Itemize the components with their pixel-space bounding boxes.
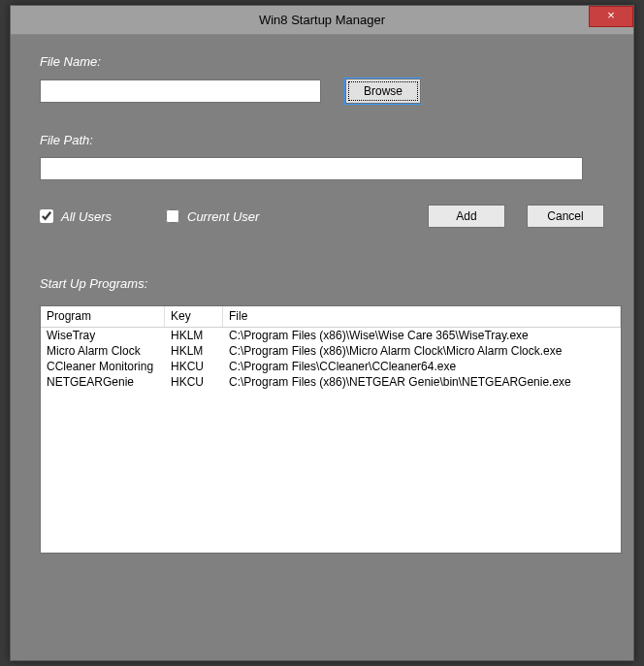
add-button[interactable]: Add — [428, 205, 505, 228]
filename-label: File Name: — [40, 54, 604, 69]
all-users-label: All Users — [61, 209, 112, 224]
cell-file: C:\Program Files (x86)\NETGEAR Genie\bin… — [223, 374, 621, 390]
close-button[interactable]: × — [589, 6, 633, 27]
table-row[interactable]: Micro Alarm ClockHKLMC:\Program Files (x… — [41, 343, 621, 359]
table-header: Program Key File — [41, 306, 621, 328]
startup-programs-table[interactable]: Program Key File WiseTrayHKLMC:\Program … — [40, 305, 622, 554]
current-user-label: Current User — [187, 209, 259, 224]
cell-key: HKLM — [165, 343, 223, 359]
cell-key: HKCU — [165, 374, 223, 390]
col-header-key[interactable]: Key — [165, 306, 223, 327]
table-row[interactable]: NETGEARGenieHKCUC:\Program Files (x86)\N… — [41, 374, 621, 390]
table-body: WiseTrayHKLMC:\Program Files (x86)\Wise\… — [41, 328, 621, 390]
controls-row: All Users Current User Add Cancel — [40, 205, 604, 228]
table-row[interactable]: CCleaner MonitoringHKCUC:\Program Files\… — [41, 359, 621, 374]
cell-file: C:\Program Files\CCleaner\CCleaner64.exe — [223, 359, 621, 374]
col-header-file[interactable]: File — [223, 306, 621, 327]
app-window: Win8 Startup Manager × File Name: Browse… — [10, 5, 634, 661]
filepath-input[interactable] — [40, 157, 583, 180]
window-title: Win8 Startup Manager — [259, 13, 385, 27]
table-row[interactable]: WiseTrayHKLMC:\Program Files (x86)\Wise\… — [41, 328, 621, 343]
action-buttons: Add Cancel — [428, 205, 604, 228]
cancel-button[interactable]: Cancel — [527, 205, 604, 228]
cell-program: WiseTray — [41, 328, 165, 343]
filename-row: Browse — [40, 79, 604, 104]
filepath-section: File Path: — [40, 133, 604, 180]
cell-file: C:\Program Files (x86)\Micro Alarm Clock… — [223, 343, 621, 359]
titlebar[interactable]: Win8 Startup Manager × — [11, 6, 633, 35]
close-icon: × — [607, 8, 615, 22]
startup-programs-label: Start Up Programs: — [40, 276, 604, 291]
current-user-checkbox[interactable] — [166, 209, 179, 223]
content-area: File Name: Browse File Path: All Users C… — [11, 35, 633, 573]
cell-program: NETGEARGenie — [41, 374, 165, 390]
cell-key: HKCU — [165, 359, 223, 374]
browse-button[interactable]: Browse — [345, 79, 421, 104]
cell-key: HKLM — [165, 328, 223, 343]
filename-input[interactable] — [40, 79, 321, 103]
current-user-checkbox-wrap[interactable]: Current User — [166, 209, 428, 224]
all-users-checkbox[interactable] — [40, 209, 53, 223]
all-users-checkbox-wrap[interactable]: All Users — [40, 209, 166, 224]
cell-file: C:\Program Files (x86)\Wise\Wise Care 36… — [223, 328, 621, 343]
col-header-program[interactable]: Program — [41, 306, 165, 327]
cell-program: CCleaner Monitoring — [41, 359, 165, 374]
filepath-label: File Path: — [40, 133, 604, 147]
cell-program: Micro Alarm Clock — [41, 343, 165, 359]
